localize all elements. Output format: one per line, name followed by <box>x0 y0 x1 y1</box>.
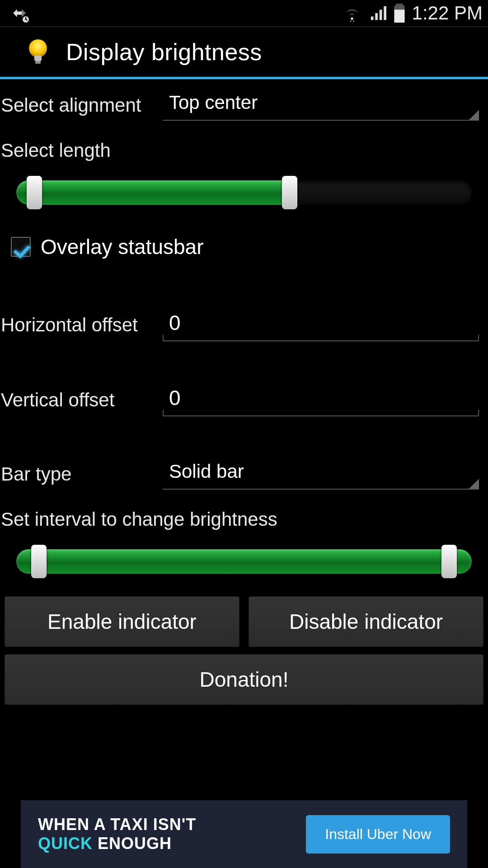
hoffset-label: Horizontal offset <box>0 314 163 336</box>
alignment-label: Select alignment <box>0 94 163 116</box>
action-bar: Display brightness <box>0 26 488 77</box>
clock: 1:22 PM <box>412 2 483 24</box>
overlay-row[interactable]: Overlay statusbar <box>0 217 488 277</box>
ad-enough: ENOUGH <box>93 834 172 853</box>
ad-text: WHEN A TAXI ISN'T QUICK ENOUGH <box>38 815 196 853</box>
hoffset-value: 0 <box>169 311 181 335</box>
svg-rect-2 <box>394 9 404 23</box>
hoffset-input[interactable]: 0 <box>163 309 479 341</box>
row-bartype: Bar type Solid bar <box>0 448 488 500</box>
signal-icon <box>369 5 387 22</box>
svg-rect-5 <box>35 61 41 64</box>
bartype-spinner[interactable]: Solid bar <box>163 459 479 490</box>
donation-row: Donation! <box>0 647 488 705</box>
alignment-value: Top center <box>169 92 258 113</box>
row-alignment: Select alignment Top center <box>0 79 488 132</box>
voffset-value: 0 <box>169 386 181 410</box>
statusbar: 1:22 PM <box>0 0 488 26</box>
alignment-spinner[interactable]: Top center <box>163 90 479 121</box>
interval-slider[interactable] <box>16 549 472 574</box>
ad-cta-button[interactable]: Install Uber Now <box>306 815 450 854</box>
donation-button[interactable]: Donation! <box>5 654 483 705</box>
interval-label: Set interval to change brightness <box>0 500 488 539</box>
svg-rect-4 <box>34 56 42 61</box>
row-hoffset: Horizontal offset 0 <box>0 298 488 352</box>
bartype-value: Solid bar <box>169 461 244 482</box>
length-slider[interactable] <box>16 180 472 205</box>
disable-indicator-button[interactable]: Disable indicator <box>249 596 483 647</box>
enable-indicator-button[interactable]: Enable indicator <box>5 596 239 647</box>
settings-content: Select alignment Top center Select lengt… <box>0 79 488 705</box>
overlay-label: Overlay statusbar <box>41 235 203 259</box>
lightbulb-icon <box>23 38 52 66</box>
overlay-checkbox[interactable] <box>11 237 31 257</box>
length-label: Select length <box>0 132 488 170</box>
ad-banner[interactable]: WHEN A TAXI ISN'T QUICK ENOUGH Install U… <box>21 800 467 868</box>
svg-point-3 <box>29 39 47 57</box>
ad-quick: QUICK <box>38 834 93 853</box>
page-title: Display brightness <box>66 38 262 66</box>
battery-icon <box>393 4 406 23</box>
voffset-label: Vertical offset <box>0 389 163 411</box>
ad-line1: WHEN A TAXI ISN'T <box>38 815 196 834</box>
voffset-input[interactable]: 0 <box>163 384 479 416</box>
bartype-label: Bar type <box>0 463 163 485</box>
indicator-buttons: Enable indicator Disable indicator <box>0 586 488 647</box>
wifi-icon <box>342 5 362 22</box>
sync-icon <box>10 4 29 23</box>
row-voffset: Vertical offset 0 <box>0 373 488 427</box>
